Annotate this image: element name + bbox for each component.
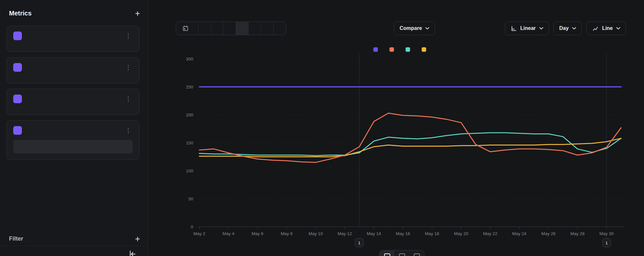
add-metric-icon[interactable]: +: [135, 10, 140, 17]
kebab-menu-icon[interactable]: ⋮: [124, 96, 133, 102]
metric-card-a[interactable]: ⋮: [6, 26, 139, 52]
sidebar-header: Metrics +: [9, 10, 140, 17]
filter-label: Filter: [9, 235, 23, 242]
legend-swatch: [390, 47, 394, 52]
filter-section: Filter +: [9, 235, 140, 242]
linear-scale-icon: [511, 25, 517, 32]
sidebar-divider: [0, 246, 148, 246]
y-axis-tick-label: 200: [186, 113, 193, 117]
annotation-badge[interactable]: [602, 238, 611, 247]
chevron-down-icon: [616, 27, 620, 30]
chart-type-label: Line: [602, 25, 613, 31]
card-view-icon: [414, 253, 420, 256]
series-line-c: [199, 138, 621, 157]
metric-badge: [13, 63, 22, 72]
legend-item[interactable]: [390, 47, 397, 52]
y-axis-tick-label: 300: [186, 57, 193, 61]
compare-button[interactable]: Compare: [394, 22, 435, 35]
card-view-button[interactable]: [409, 251, 424, 256]
x-axis-tick-label: May 20: [454, 231, 468, 236]
calendar-icon: [182, 25, 189, 32]
range-6m[interactable]: [261, 22, 274, 35]
legend-swatch: [422, 47, 426, 52]
table-view-icon: [399, 253, 405, 256]
y-axis-tick-label: 150: [186, 141, 193, 145]
metric-badge: [13, 32, 22, 40]
metric-card-head: ⋮: [13, 32, 133, 40]
line-chart-icon: [592, 25, 599, 32]
metric-card-head: ⋮: [13, 126, 133, 135]
chart-view-icon: [384, 253, 390, 256]
y-axis-tick-label: 50: [188, 197, 193, 201]
metric-badge: [13, 126, 22, 135]
metric-badge: [13, 95, 22, 103]
scale-label: Linear: [520, 25, 536, 31]
legend-item[interactable]: [422, 47, 429, 52]
target-value-input[interactable]: [13, 140, 133, 153]
chevron-down-icon: [539, 27, 543, 30]
sidebar-title: Metrics: [9, 10, 32, 17]
range-yesterday[interactable]: [211, 22, 223, 35]
metric-card-b[interactable]: ⋮: [6, 57, 139, 83]
metric-card-head: ⋮: [13, 63, 133, 72]
x-axis-tick-label: May 28: [570, 231, 584, 236]
chevron-down-icon: [572, 27, 576, 30]
kebab-menu-icon[interactable]: ⋮: [124, 33, 133, 39]
chart-controls: Linear Day Line: [505, 22, 626, 35]
scale-button[interactable]: Linear: [505, 22, 549, 35]
x-axis-tick-label: May 16: [396, 231, 410, 236]
date-range-segmented-control: [176, 22, 286, 35]
x-axis-tick-label: May 12: [338, 231, 352, 236]
range-30d[interactable]: [236, 22, 249, 35]
x-axis-tick-label: May 6: [251, 231, 263, 236]
table-view-button[interactable]: [394, 251, 409, 256]
x-axis-tick-label: May 30: [600, 231, 614, 236]
legend-item[interactable]: [374, 47, 381, 52]
metrics-dashboard: { "sidebar": { "title": "Metrics", "add_…: [0, 0, 644, 256]
metric-card-head: ⋮: [13, 95, 133, 103]
kebab-menu-icon[interactable]: ⋮: [124, 128, 133, 133]
legend-item[interactable]: [406, 47, 413, 52]
collapse-sidebar-icon[interactable]: [128, 250, 137, 256]
metric-card-d[interactable]: ⋮: [6, 120, 139, 160]
range-3m[interactable]: [249, 22, 261, 35]
display-mode-toggle: [379, 250, 424, 256]
range-12m[interactable]: [274, 22, 286, 35]
y-axis-tick-label: 100: [186, 169, 193, 173]
annotation-badge-label: 1: [605, 241, 608, 245]
chart-view-button[interactable]: [380, 251, 394, 256]
x-axis-tick-label: May 4: [223, 231, 234, 236]
metric-card-list: ⋮⋮⋮⋮: [6, 26, 139, 160]
x-axis-tick-label: May 8: [281, 231, 293, 236]
add-filter-icon[interactable]: +: [135, 236, 140, 242]
interval-label: Day: [559, 25, 569, 31]
chevron-down-icon: [425, 27, 429, 30]
metric-card-c[interactable]: ⋮: [6, 89, 139, 115]
x-axis-tick-label: May 24: [512, 231, 527, 236]
annotation-badge[interactable]: [355, 238, 363, 247]
range-7d[interactable]: [223, 22, 236, 35]
x-axis-tick-label: May 10: [308, 231, 323, 236]
x-axis-tick-label: May 18: [425, 231, 439, 236]
range-custom[interactable]: [176, 22, 198, 35]
legend-swatch: [406, 47, 410, 52]
x-axis-tick-label: May 2: [194, 231, 205, 236]
chart-legend: [374, 47, 429, 52]
x-axis-tick-label: May 22: [483, 231, 497, 236]
legend-swatch: [374, 47, 378, 52]
metrics-sidebar: Metrics + ⋮⋮⋮⋮ Filter +: [0, 0, 148, 256]
x-axis-tick-label: May 26: [541, 231, 555, 236]
interval-button[interactable]: Day: [554, 22, 582, 35]
chart-type-button[interactable]: Line: [586, 22, 626, 35]
annotation-badge-label: 1: [358, 241, 361, 245]
range-today[interactable]: [198, 22, 211, 35]
y-axis-tick-label: 0: [191, 224, 193, 229]
compare-label: Compare: [400, 25, 422, 31]
series-line-a: [199, 113, 621, 162]
y-axis-tick-label: 250: [186, 85, 193, 89]
kebab-menu-icon[interactable]: ⋮: [124, 65, 133, 70]
x-axis-tick-label: May 14: [367, 231, 381, 236]
series-line-b: [199, 133, 621, 156]
